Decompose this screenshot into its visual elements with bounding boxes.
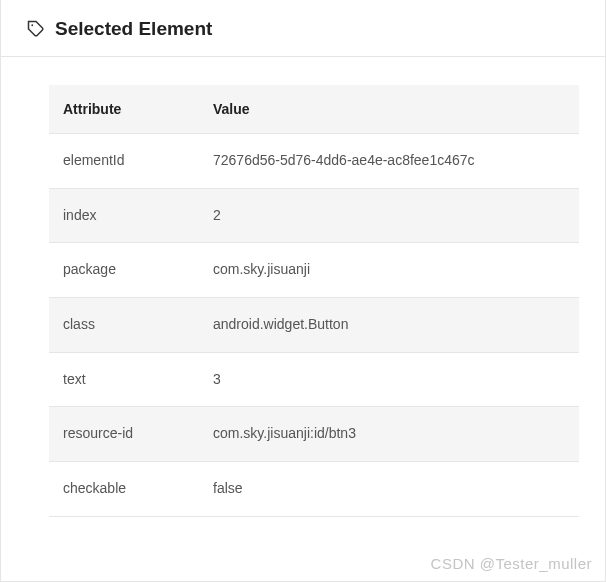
attr-name: elementId bbox=[49, 134, 199, 189]
table-row: package com.sky.jisuanji bbox=[49, 243, 579, 298]
attr-value: 3 bbox=[199, 352, 579, 407]
table-header-row: Attribute Value bbox=[49, 85, 579, 134]
attr-value: android.widget.Button bbox=[199, 298, 579, 353]
svg-point-0 bbox=[31, 24, 33, 26]
table-row: text 3 bbox=[49, 352, 579, 407]
tag-icon bbox=[27, 20, 45, 38]
table-row: elementId 72676d56-5d76-4dd6-ae4e-ac8fee… bbox=[49, 134, 579, 189]
attr-value: com.sky.jisuanji bbox=[199, 243, 579, 298]
attr-name: text bbox=[49, 352, 199, 407]
attr-name: resource-id bbox=[49, 407, 199, 462]
panel-title: Selected Element bbox=[55, 18, 212, 40]
attributes-table: Attribute Value elementId 72676d56-5d76-… bbox=[49, 85, 579, 517]
attr-value: 2 bbox=[199, 188, 579, 243]
attr-name: package bbox=[49, 243, 199, 298]
table-row: index 2 bbox=[49, 188, 579, 243]
table-row: resource-id com.sky.jisuanji:id/btn3 bbox=[49, 407, 579, 462]
attr-value: com.sky.jisuanji:id/btn3 bbox=[199, 407, 579, 462]
table-row: class android.widget.Button bbox=[49, 298, 579, 353]
selected-element-panel: Selected Element Attribute Value element… bbox=[0, 0, 606, 582]
attr-name: index bbox=[49, 188, 199, 243]
attr-name: checkable bbox=[49, 462, 199, 517]
panel-header: Selected Element bbox=[1, 0, 605, 57]
table-row: checkable false bbox=[49, 462, 579, 517]
attr-name: class bbox=[49, 298, 199, 353]
attr-value: false bbox=[199, 462, 579, 517]
col-header-value: Value bbox=[199, 85, 579, 134]
attr-value: 72676d56-5d76-4dd6-ae4e-ac8fee1c467c bbox=[199, 134, 579, 189]
attributes-table-container: Attribute Value elementId 72676d56-5d76-… bbox=[1, 57, 605, 517]
col-header-attribute: Attribute bbox=[49, 85, 199, 134]
